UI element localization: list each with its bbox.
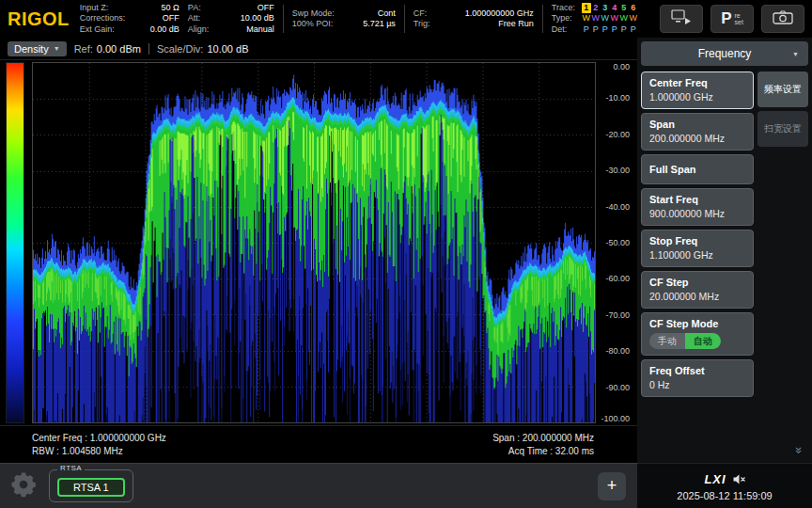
menu-tab-span-settings[interactable]: 扫宽设置 — [757, 111, 808, 147]
menu-item-stop-freq[interactable]: Stop Freq1.100000 GHz — [641, 230, 754, 267]
menu-item-value: 20.000000 MHz — [649, 291, 745, 302]
menu-tab-frequency-settings[interactable]: 频率设置 — [757, 71, 808, 107]
menu-item-freq-offset[interactable]: Freq Offset0 Hz — [641, 359, 754, 397]
header-info-group-cf: CF:1.000000000 GHzTrig:Free Run — [414, 8, 534, 30]
y-axis-label: -90.00 — [605, 383, 630, 392]
menu-item-value: 200.000000 MHz — [649, 133, 745, 144]
y-axis-labels: 0.00-10.00-20.00-30.00-40.00-50.00-60.00… — [596, 62, 635, 423]
trace-det: P — [582, 24, 591, 36]
y-axis-label: -60.00 — [605, 274, 630, 283]
header-info-label: Trig: — [414, 19, 430, 30]
header-info-label: Align: — [188, 24, 210, 36]
camera-icon — [773, 10, 793, 28]
cf-step-mode-toggle: 手动自动 — [649, 333, 745, 349]
screenshot-button[interactable] — [761, 5, 804, 33]
trace-type: W — [591, 13, 601, 24]
dropdown-arrow-icon: ▼ — [54, 45, 60, 52]
task-bar: RTSA RTSA 1 + — [0, 463, 637, 508]
spectrum-display: Density ▼ Ref: 0.00 dBm Scale/Div: 10.00… — [0, 38, 637, 463]
menu-item-span[interactable]: Span200.000000 MHz — [641, 113, 754, 151]
toggle-option-auto[interactable]: 自动 — [685, 333, 721, 349]
menu-item-value: 1.100000 GHz — [649, 249, 745, 261]
y-axis-label: -40.00 — [605, 202, 630, 212]
preset-button[interactable]: Preset — [710, 5, 754, 33]
menu-item-center-freq[interactable]: Center Freq1.000000 GHz — [641, 71, 754, 109]
trace-type: W — [619, 13, 629, 24]
display-footer: Center Freq : 1.000000000 GHz Span : 200… — [0, 425, 637, 463]
frequency-menu-header[interactable]: Frequency ▼ — [641, 41, 808, 66]
header-info-value: Free Run — [498, 19, 534, 30]
collapse-menu-icon[interactable]: » — [792, 447, 806, 453]
menu-row: Center Freq1.000000 GHzSpan200.000000 MH… — [641, 71, 808, 463]
trace-type: W — [582, 13, 591, 24]
header-info-value: Manual — [246, 24, 274, 36]
y-axis-label: -20.00 — [605, 130, 630, 139]
header-info-row: Corrections:OFF — [80, 13, 180, 24]
header-info-value: 50 Ω — [162, 3, 180, 14]
header-buttons: Preset — [660, 5, 804, 33]
menu-item-value: 900.000000 MHz — [649, 208, 745, 219]
header-info-label: Corrections: — [80, 13, 126, 24]
spectrum-plot[interactable] — [32, 62, 596, 423]
ref-label: Ref: — [74, 43, 93, 55]
trace-type: W — [601, 13, 610, 24]
density-mode-label: Density — [14, 43, 49, 55]
mute-icon[interactable] — [733, 471, 745, 488]
menu-item-full-span[interactable]: Full Span — [641, 154, 754, 184]
y-axis-label: 0.00 — [613, 62, 630, 71]
trace-type-row: Type:WWWWWW — [552, 13, 638, 24]
file-transfer-button[interactable] — [660, 5, 703, 33]
add-tab-button[interactable]: + — [598, 472, 626, 500]
trace-number-4[interactable]: 4 — [610, 3, 619, 14]
toggle-option-manual[interactable]: 手动 — [649, 333, 685, 349]
trace-number-6[interactable]: 6 — [629, 3, 638, 14]
header-info-row: CF:1.000000000 GHz — [414, 8, 534, 20]
trace-det-label: Det: — [552, 24, 582, 36]
lxi-indicator: LXI — [704, 472, 726, 486]
header-info-label: Ext Gain: — [80, 24, 115, 36]
menu-dropdown-arrow-icon: ▼ — [792, 51, 799, 57]
header-divider — [542, 5, 543, 33]
spectrum-canvas[interactable] — [33, 63, 595, 422]
trace-summary[interactable]: Trace:123456Type:WWWWWWDet:PPPPPP — [552, 3, 638, 36]
ref-level-readout: Ref: 0.00 dBm — [74, 43, 141, 55]
settings-gear-button[interactable] — [9, 470, 38, 502]
rtsa-tab-group: RTSA RTSA 1 — [49, 469, 133, 502]
menu-item-label: CF Step — [649, 277, 745, 288]
header-info-row: Att:10.00 dB — [188, 13, 274, 24]
trace-number-2[interactable]: 2 — [591, 3, 601, 14]
menu-item-start-freq[interactable]: Start Freq900.000000 MHz — [641, 188, 754, 226]
header-info-row: Input Z:50 Ω — [80, 3, 180, 14]
lxi-row: LXI — [704, 471, 744, 488]
main-content: Density ▼ Ref: 0.00 dBm Scale/Div: 10.00… — [0, 38, 812, 463]
header-info-value: 0.00 dB — [150, 24, 180, 36]
header-info-group-input: Input Z:50 ΩCorrections:OFFExt Gain:0.00… — [80, 3, 180, 36]
menu-item-cf-step[interactable]: CF Step20.000000 MHz — [641, 271, 754, 309]
menu-item-label: CF Step Mode — [649, 318, 745, 329]
display-footer-row: Center Freq : 1.000000000 GHz Span : 200… — [32, 433, 594, 443]
menu-title: Frequency — [698, 47, 752, 60]
header-info-label: PA: — [188, 3, 201, 14]
trace-row: Trace:123456 — [552, 3, 638, 14]
rigol-logo: RIGOL — [8, 8, 70, 30]
y-axis-label: -50.00 — [605, 238, 630, 247]
y-axis-label: -80.00 — [605, 346, 630, 356]
menu-items: Center Freq1.000000 GHzSpan200.000000 MH… — [641, 71, 754, 463]
menu-item-label: Start Freq — [649, 194, 745, 205]
menu-item-label: Freq Offset — [649, 365, 745, 376]
trace-number-3[interactable]: 3 — [601, 3, 610, 14]
trace-number-5[interactable]: 5 — [619, 3, 629, 14]
menu-item-cf-step-mode[interactable]: CF Step Mode手动自动 — [641, 312, 754, 356]
header-info-row: Ext Gain:0.00 dB — [80, 24, 180, 36]
rtsa1-tab-button[interactable]: RTSA 1 — [57, 478, 125, 497]
header-info-label: Input Z: — [80, 3, 109, 14]
density-mode-dropdown[interactable]: Density ▼ — [8, 41, 67, 56]
header-info-group-pa: PA:OFFAtt:10.00 dBAlign:Manual — [188, 3, 274, 36]
trace-number-1[interactable]: 1 — [582, 3, 591, 14]
y-axis-label: -30.00 — [605, 166, 630, 175]
span-readout: Span : 200.000000 MHz — [492, 433, 594, 443]
scale-value: 10.00 dB — [207, 43, 248, 55]
trace-det: P — [619, 24, 629, 36]
menu-item-label: Span — [649, 119, 745, 130]
scale-div-readout: Scale/Div: 10.00 dB — [157, 43, 249, 55]
